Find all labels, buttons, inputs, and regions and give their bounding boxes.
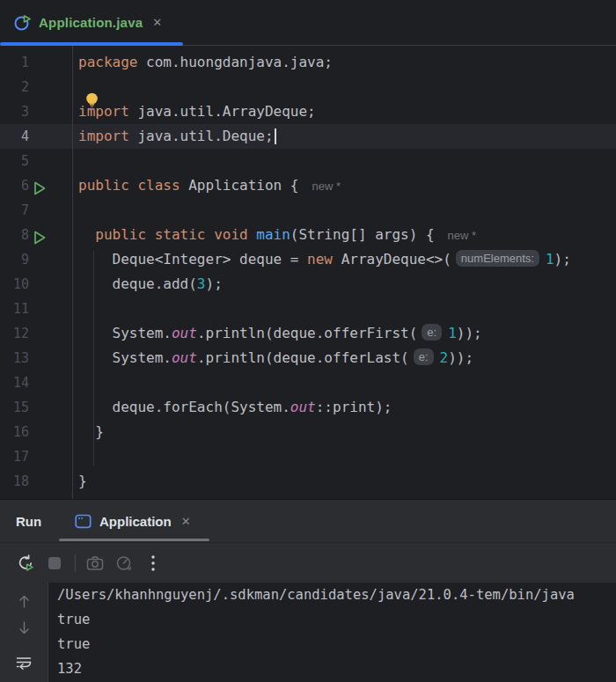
- code-text: deque.add(3);: [73, 272, 223, 297]
- console-line: 132: [57, 656, 616, 681]
- token: [248, 226, 257, 243]
- gutter[interactable]: 13: [0, 346, 73, 370]
- gutter[interactable]: 18: [0, 469, 73, 494]
- gutter[interactable]: 4: [0, 124, 73, 149]
- profiler-icon[interactable]: [113, 552, 136, 575]
- token: ::print);: [316, 399, 392, 415]
- inlay-hint: e:: [414, 348, 434, 365]
- gutter[interactable]: 9: [0, 247, 73, 272]
- inlay-hint: new *: [312, 180, 341, 193]
- token: package: [78, 54, 137, 70]
- token: new: [307, 251, 333, 268]
- editor-tab[interactable]: Application.java ✕: [0, 0, 174, 45]
- code-text: [73, 370, 78, 395]
- token: );: [554, 251, 571, 268]
- gutter[interactable]: 3: [0, 99, 73, 124]
- gutter[interactable]: 6: [0, 173, 73, 198]
- code-line: 15 deque.forEach(System.out::print);: [0, 395, 616, 420]
- line-number[interactable]: 16: [0, 420, 29, 444]
- gutter[interactable]: 10: [0, 272, 73, 297]
- token: public class: [78, 177, 180, 194]
- line-number[interactable]: 17: [0, 444, 29, 469]
- up-arrow-icon[interactable]: [14, 591, 33, 611]
- console-gutter: [0, 583, 48, 682]
- down-arrow-icon[interactable]: [14, 618, 33, 637]
- code-line: 11: [0, 297, 616, 321]
- code-text: public class Application {new *: [73, 173, 341, 198]
- line-number[interactable]: 8: [0, 223, 29, 247]
- code-line: 14: [0, 370, 616, 395]
- gutter[interactable]: 12: [0, 321, 73, 346]
- gutter[interactable]: 8: [0, 223, 73, 247]
- token: java.util.ArrayDeque;: [129, 103, 316, 120]
- gutter[interactable]: 1: [0, 50, 73, 75]
- runnable-class-icon: [13, 14, 31, 32]
- token: public static void: [95, 226, 247, 243]
- line-number[interactable]: 2: [0, 75, 29, 99]
- line-number[interactable]: 9: [0, 247, 29, 272]
- console-line: true: [57, 607, 616, 632]
- line-number[interactable]: 5: [0, 149, 29, 173]
- gutter[interactable]: 15: [0, 395, 73, 420]
- line-number[interactable]: 15: [0, 395, 29, 420]
- line-number[interactable]: 10: [0, 272, 29, 297]
- line-number[interactable]: 1: [0, 50, 29, 75]
- run-toolwindow-title: Run: [16, 514, 42, 529]
- rerun-button[interactable]: [14, 552, 37, 575]
- inlay-hint: new *: [448, 229, 477, 242]
- run-toolwindow-header: Run Application ✕: [0, 499, 616, 543]
- code-line: 17: [0, 444, 616, 469]
- gutter[interactable]: 14: [0, 370, 73, 395]
- run-tab-label: Application: [99, 514, 172, 529]
- line-number[interactable]: 7: [0, 198, 29, 223]
- gutter[interactable]: 17: [0, 444, 73, 469]
- token: );: [206, 275, 223, 292]
- code-line: 13 System.out.println(deque.offerLast(e:…: [0, 346, 616, 370]
- gutter[interactable]: 16: [0, 420, 73, 444]
- gutter[interactable]: 11: [0, 297, 73, 321]
- line-number[interactable]: 14: [0, 370, 29, 395]
- gutter[interactable]: 7: [0, 198, 73, 223]
- camera-icon[interactable]: [84, 552, 106, 575]
- close-icon[interactable]: ✕: [150, 16, 164, 29]
- soft-wrap-icon[interactable]: [14, 653, 33, 672]
- line-number[interactable]: 18: [0, 469, 29, 494]
- token: 1: [546, 251, 554, 268]
- code-line: 12 System.out.println(deque.offerFirst(e…: [0, 321, 616, 346]
- intention-bulb-icon[interactable]: [84, 92, 99, 114]
- code-text: deque.forEach(System.out::print);: [73, 395, 392, 420]
- line-number[interactable]: 12: [0, 321, 29, 346]
- code-line: 5: [0, 149, 616, 173]
- token: main: [256, 226, 290, 243]
- run-gutter-icon[interactable]: [33, 228, 47, 242]
- code-line: 18}: [0, 469, 616, 494]
- run-gutter-icon[interactable]: [33, 179, 47, 193]
- stop-button[interactable]: [43, 552, 66, 575]
- run-console: /Users/khanhnguyenj/.sdkman/candidates/j…: [0, 583, 616, 682]
- token: 1: [448, 325, 457, 341]
- gutter[interactable]: 5: [0, 149, 73, 173]
- more-options-icon[interactable]: [142, 552, 165, 575]
- code-line: 9 Deque<Integer> deque = new ArrayDeque<…: [0, 247, 616, 272]
- code-text: Deque<Integer> deque = new ArrayDeque<>(…: [73, 247, 571, 272]
- run-tab-application[interactable]: Application ✕: [59, 500, 209, 542]
- line-number[interactable]: 3: [0, 99, 29, 124]
- line-number[interactable]: 6: [0, 173, 29, 198]
- code-line: 16 }: [0, 420, 616, 444]
- line-number[interactable]: 13: [0, 346, 29, 370]
- token: }: [78, 473, 87, 489]
- token: [78, 226, 95, 243]
- token: Deque<Integer> deque =: [78, 251, 307, 268]
- code-line: 1package com.huongdanjava.java;: [0, 50, 616, 75]
- close-icon[interactable]: ✕: [180, 515, 193, 528]
- line-number[interactable]: 4: [0, 124, 29, 149]
- editor-tab-bar: Application.java ✕: [0, 0, 616, 46]
- run-toolbar: [0, 543, 616, 583]
- code-editor[interactable]: 1package com.huongdanjava.java;23import …: [0, 46, 616, 499]
- token: ));: [457, 325, 482, 341]
- code-line: 7: [0, 198, 616, 223]
- gutter[interactable]: 2: [0, 75, 73, 99]
- console-output[interactable]: /Users/khanhnguyenj/.sdkman/candidates/j…: [48, 583, 616, 682]
- line-number[interactable]: 11: [0, 297, 29, 321]
- code-text: [73, 75, 78, 99]
